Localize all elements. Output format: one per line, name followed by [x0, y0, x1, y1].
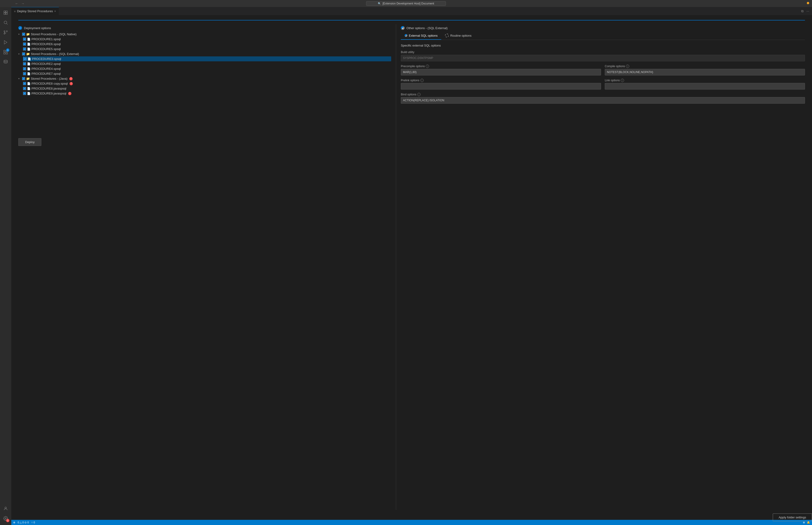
folder-icon-sql-native: 📁 — [26, 32, 30, 36]
search-bar[interactable]: 🔍 [Extension Development Host] Document — [366, 1, 446, 6]
tab-bar: ≡ Deploy Stored Procedures × ⧉ ··· — [11, 7, 812, 15]
file-icon-procedure8java: 📄 — [27, 87, 31, 90]
activity-icon-account[interactable] — [1, 504, 10, 513]
options-tabs: External SQL options Routine options — [401, 32, 805, 40]
tree-item-procedure1[interactable]: ✓ 📄 PROCEDURE1.spsql — [23, 37, 391, 42]
tree-item-procedure3[interactable]: ✓ 📄 PROCEDURE3.spsql — [23, 56, 391, 61]
file-icon-procedure1: 📄 — [27, 38, 31, 41]
compile-input[interactable] — [605, 69, 805, 75]
checkbox-procedure4[interactable]: ✓ — [23, 67, 26, 70]
left-panel: ✓ Deployment options ▾ ✓ 📁 Stored Proced… — [18, 24, 396, 510]
tree-group-sql-external-header[interactable]: ▾ ✓ 📁 Stored Procedures - (SQL External) — [18, 51, 391, 56]
checkbox-procedure8copy[interactable]: ✓ — [23, 82, 26, 85]
checkbox-procedure9java[interactable]: ✓ — [23, 92, 26, 95]
deploy-button-container: Deploy — [18, 138, 391, 146]
link-label: Link options i — [605, 79, 805, 82]
right-panel: ● Other options - (SQL External) Externa… — [396, 24, 805, 510]
checkbox-procedure1[interactable]: ✓ — [23, 38, 26, 41]
compile-info-icon[interactable]: i — [626, 65, 629, 68]
compile-field: Compile options i — [605, 65, 805, 75]
prelink-label: Prelink options i — [401, 79, 601, 82]
back-button[interactable]: ← — [14, 1, 19, 6]
tree-group-sql-native: ▾ ✓ 📁 Stored Procedures - (SQL Native) ✓… — [18, 32, 391, 51]
forward-button[interactable]: → — [20, 1, 25, 6]
other-options-header: ● Other options - (SQL External) — [401, 24, 805, 32]
activity-icon-db[interactable] — [1, 57, 10, 67]
tree-item-procedure7[interactable]: ✓ 📄 PROCEDURE7.spsql — [23, 71, 391, 76]
routine-tab-icon — [445, 34, 449, 38]
checkbox-sql-external[interactable]: ✓ — [22, 52, 25, 56]
procedure8copy-error-badge: ! — [70, 82, 73, 85]
deploy-button[interactable]: Deploy — [18, 138, 41, 146]
bind-options-input[interactable] — [401, 97, 805, 104]
activity-bottom: 1 — [1, 504, 10, 523]
procedure9java-error-badge: ! — [68, 92, 72, 95]
svg-rect-1 — [6, 11, 7, 13]
deployment-options-header: ✓ Deployment options — [18, 24, 391, 32]
svg-point-16 — [5, 518, 6, 519]
more-actions-button[interactable]: ··· — [806, 9, 810, 14]
svg-rect-3 — [6, 13, 7, 15]
deployment-options-icon: ✓ — [18, 26, 22, 30]
tab-deploy-stored-procedures[interactable]: ≡ Deploy Stored Procedures × — [11, 7, 59, 15]
prelink-field: Prelink options i — [401, 79, 601, 90]
tab-external-sql[interactable]: External SQL options — [401, 32, 441, 40]
activity-icon-settings[interactable]: 1 — [1, 514, 10, 523]
svg-point-15 — [5, 507, 6, 509]
checkbox-procedure3[interactable]: ✓ — [24, 57, 27, 60]
split-editor-button[interactable]: ⧉ — [800, 9, 805, 14]
status-left: ⊗ 0 △ 0 ⊙ 0 ⑂ 0 — [13, 521, 35, 524]
tab-routine[interactable]: Routine options — [441, 32, 475, 40]
port-icon: ⑂ 0 — [31, 521, 35, 524]
activity-icon-extensions[interactable]: 1 — [1, 47, 10, 57]
checkbox-procedure5[interactable]: ✓ — [23, 47, 26, 50]
tree-item-procedure2[interactable]: ✓ 📄 PROCEDURE2.spsql — [23, 61, 391, 66]
sql-external-children: ✓ 📄 PROCEDURE3.spsql ✓ 📄 PROCEDURE2.spsq… — [18, 56, 391, 76]
link-info-icon[interactable]: i — [621, 79, 624, 82]
activity-icon-explorer[interactable] — [1, 8, 10, 17]
link-input[interactable] — [605, 83, 805, 90]
procedure4-label: PROCEDURE4.spsql — [31, 67, 61, 71]
tree-item-procedure8java[interactable]: ✓ 📄 PROCEDURE8.javaspsql — [23, 86, 391, 91]
checkbox-procedure7[interactable]: ✓ — [23, 72, 26, 75]
checkbox-sql-native[interactable]: ✓ — [22, 33, 25, 36]
file-icon-procedure6: 📄 — [27, 43, 31, 46]
svg-point-14 — [4, 60, 7, 61]
tree-item-procedure9java[interactable]: ✓ 📄 PROCEDURE9.javaspsql ! — [23, 91, 391, 96]
error-count: 0 △ 0 ⊙ 0 — [18, 521, 29, 524]
notifications-button[interactable]: 🔔 — [807, 521, 810, 524]
tree-group-sql-native-header[interactable]: ▾ ✓ 📁 Stored Procedures - (SQL Native) — [18, 32, 391, 37]
tree-item-procedure5[interactable]: ✓ 📄 PROCEDURE5.spsql — [23, 46, 391, 51]
activity-icon-run[interactable] — [1, 38, 10, 47]
tree-group-sql-external: ▾ ✓ 📁 Stored Procedures - (SQL External)… — [18, 51, 391, 76]
checkbox-procedure6[interactable]: ✓ — [23, 43, 26, 46]
folder-icon-java: 📁 — [26, 77, 30, 80]
java-children: ✓ 📄 PROCEDURE8 copy.spsql ! ✓ 📄 PROCEDUR… — [18, 81, 391, 96]
editor-area: ≡ Deploy Stored Procedures × ⧉ ··· ✓ Dep… — [11, 7, 812, 525]
tree-item-procedure4[interactable]: ✓ 📄 PROCEDURE4.spsql — [23, 66, 391, 71]
activity-icon-search[interactable] — [1, 18, 10, 27]
svg-rect-10 — [4, 50, 5, 52]
tree-group-java-header[interactable]: ▾ ✓ 📁 Stored Procedures - (Java) ! — [18, 76, 391, 81]
procedure1-label: PROCEDURE1.spsql — [31, 38, 61, 41]
precompile-input[interactable] — [401, 69, 601, 75]
procedure2-label: PROCEDURE2.spsql — [31, 62, 61, 65]
tab-close-button[interactable]: × — [54, 10, 56, 13]
nav-arrows: ← → — [14, 1, 25, 6]
prelink-input[interactable] — [401, 83, 601, 90]
tree-item-procedure8copy[interactable]: ✓ 📄 PROCEDURE8 copy.spsql ! — [23, 81, 391, 86]
svg-rect-13 — [6, 52, 8, 54]
tree-item-procedure6[interactable]: ✓ 📄 PROCEDURE6.spsql — [23, 42, 391, 46]
activity-icon-source-control[interactable] — [1, 28, 10, 37]
extensions-badge: 1 — [6, 48, 10, 52]
precompile-info-icon[interactable]: i — [426, 65, 429, 68]
checkbox-procedure8java[interactable]: ✓ — [23, 87, 26, 90]
file-icon-procedure8copy: 📄 — [27, 82, 31, 85]
build-utility-input[interactable] — [401, 55, 805, 61]
checkbox-java[interactable]: ✓ — [22, 77, 25, 80]
window-dot — [807, 2, 809, 4]
checkbox-procedure2[interactable]: ✓ — [23, 62, 26, 65]
prelink-info-icon[interactable]: i — [420, 79, 424, 82]
zoom-button[interactable]: ⊕ — [803, 521, 805, 524]
bind-info-icon[interactable]: i — [417, 93, 420, 96]
